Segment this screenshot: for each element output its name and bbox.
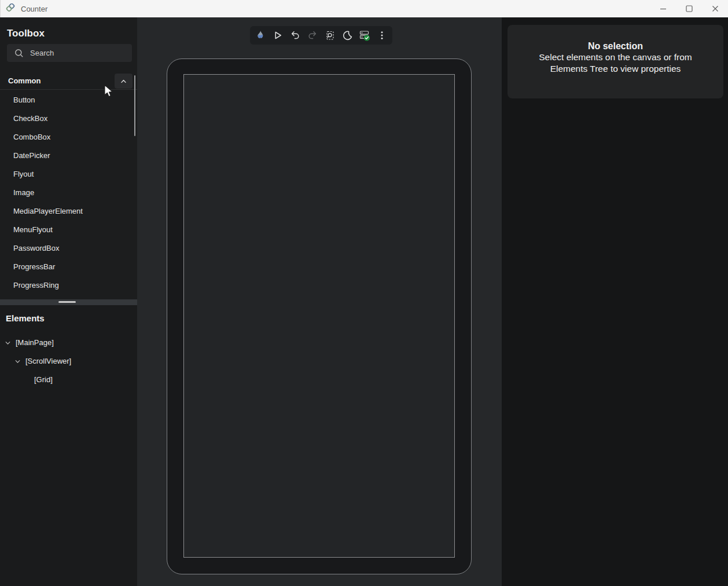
tree-item-grid[interactable]: [Grid] <box>0 375 137 384</box>
search-input[interactable] <box>30 49 123 57</box>
uno-platform-logo-icon <box>5 3 16 14</box>
toolbox-item-datepicker[interactable]: DatePicker <box>0 146 133 165</box>
properties-panel: No selection Select elements on the canv… <box>502 17 728 586</box>
chevron-up-icon <box>120 78 127 85</box>
toolbox-item-image[interactable]: Image <box>0 184 133 202</box>
zoom-fit-icon <box>324 30 336 41</box>
toolbox-scrollbar[interactable] <box>134 75 135 136</box>
toolbox-item-progressbar[interactable]: ProgressBar <box>0 258 133 276</box>
elements-panel: Elements [MainPage] [ScrollViewer] [Grid… <box>0 305 137 586</box>
elements-title: Elements <box>6 313 45 323</box>
redo-button[interactable] <box>304 27 321 44</box>
toolbox-item-progressring[interactable]: ProgressRing <box>0 276 133 295</box>
design-canvas[interactable] <box>137 17 502 586</box>
toolbox-item-flyout[interactable]: Flyout <box>0 165 133 184</box>
toolbox-item-passwordbox[interactable]: PasswordBox <box>0 239 133 258</box>
minimize-icon <box>660 5 667 12</box>
toolbox-item-checkbox[interactable]: CheckBox <box>0 109 133 128</box>
connection-status-button[interactable] <box>356 27 373 44</box>
flame-icon <box>255 30 266 41</box>
maximize-button[interactable] <box>676 0 702 17</box>
toolbox-panel: Toolbox Common Button CheckBox ComboBox … <box>0 17 137 586</box>
title-bar: Counter <box>0 0 728 17</box>
no-selection-title: No selection <box>508 41 723 52</box>
tree-item-scrollviewer[interactable]: [ScrollViewer] <box>0 357 137 366</box>
undo-icon <box>289 30 301 41</box>
hot-design-button[interactable] <box>252 27 269 44</box>
toolbox-item-menuflyout[interactable]: MenuFlyout <box>0 221 133 239</box>
play-icon <box>272 30 284 41</box>
tree-item-label: [Grid] <box>34 375 53 384</box>
play-button[interactable] <box>269 27 286 44</box>
check-badge-icon <box>364 35 370 41</box>
window-title: Counter <box>21 5 47 13</box>
toolbox-title: Toolbox <box>7 28 45 39</box>
undo-button[interactable] <box>286 27 304 44</box>
close-icon <box>712 5 719 12</box>
chevron-down-icon[interactable] <box>14 358 21 365</box>
chevron-down-icon[interactable] <box>5 340 11 346</box>
search-icon <box>14 49 24 58</box>
maximize-icon <box>686 5 693 12</box>
common-section-header[interactable]: Common <box>0 73 137 90</box>
no-selection-card: No selection Select elements on the canv… <box>508 25 723 98</box>
tree-item-label: [MainPage] <box>16 338 54 347</box>
tree-item-label: [ScrollViewer] <box>25 357 71 366</box>
theme-toggle-button[interactable] <box>339 27 356 44</box>
close-button[interactable] <box>702 0 728 17</box>
device-screen-grid[interactable] <box>183 74 455 558</box>
zoom-to-fit-button[interactable] <box>321 27 339 44</box>
minimize-button[interactable] <box>650 0 676 17</box>
no-selection-message-line2: Elements Tree to view properties <box>508 63 723 75</box>
no-selection-message-line1: Select elements on the canvas or from <box>508 52 723 63</box>
toolbox-search[interactable] <box>7 44 132 62</box>
toolbox-item-mediaplayerelement[interactable]: MediaPlayerElement <box>0 202 133 221</box>
moon-icon <box>341 30 353 41</box>
kebab-menu-icon <box>376 30 388 41</box>
redo-icon <box>307 30 318 41</box>
common-section-label: Common <box>8 76 41 85</box>
toolbox-item-combobox[interactable]: ComboBox <box>0 128 133 146</box>
server-status-icon <box>358 29 371 42</box>
panel-splitter[interactable] <box>0 299 137 305</box>
more-options-button[interactable] <box>373 27 391 44</box>
toolbox-item-button[interactable]: Button <box>0 91 133 109</box>
splitter-handle-icon <box>58 301 76 303</box>
tree-item-mainpage[interactable]: [MainPage] <box>0 338 137 347</box>
collapse-section-button[interactable] <box>115 74 133 89</box>
canvas-toolbar <box>250 26 392 45</box>
